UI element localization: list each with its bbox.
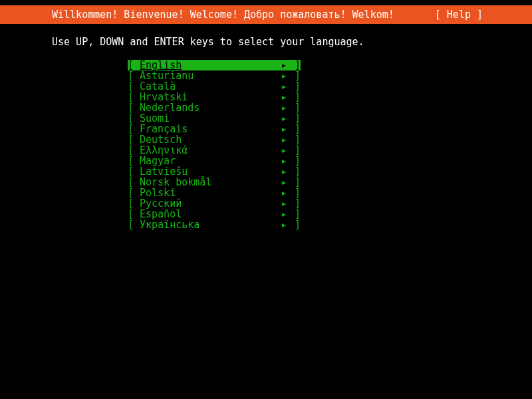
bracket-right: ]: [289, 156, 301, 166]
bracket-left: [: [128, 219, 140, 230]
bracket-right: ]: [289, 124, 301, 134]
language-name: Polski: [140, 188, 279, 198]
language-name: Deutsch: [140, 134, 279, 145]
language-name: Français: [140, 124, 279, 134]
help-button[interactable]: [ Help ]: [435, 5, 524, 24]
language-item[interactable]: [ Magyar▸ ]: [128, 156, 301, 166]
header-bar: Willkommen! Bienvenue! Welcome! Добро по…: [0, 5, 532, 24]
bracket-right: ]: [289, 134, 301, 145]
language-item[interactable]: [ Català▸ ]: [128, 81, 301, 92]
bracket-right: ]: [289, 81, 301, 92]
language-item[interactable]: [ English▸ ]: [128, 60, 301, 70]
language-item[interactable]: [ Hrvatski▸ ]: [128, 92, 301, 102]
language-item[interactable]: [ Español▸ ]: [128, 209, 301, 219]
language-name: Українська: [140, 219, 279, 230]
bracket-left: [: [128, 198, 140, 209]
submenu-arrow-icon: ▸: [279, 198, 289, 209]
bracket-right: ]: [289, 198, 301, 209]
language-item[interactable]: [ Latviešu▸ ]: [128, 166, 301, 177]
bracket-left: [: [128, 113, 140, 124]
language-name: Asturianu: [140, 70, 279, 81]
language-item[interactable]: [ Русский▸ ]: [128, 198, 301, 209]
bracket-left: [: [128, 177, 140, 188]
submenu-arrow-icon: ▸: [279, 113, 289, 124]
language-item[interactable]: [ Asturianu▸ ]: [128, 70, 301, 81]
language-item[interactable]: [ Українська▸ ]: [128, 219, 301, 230]
submenu-arrow-icon: ▸: [279, 166, 289, 177]
bracket-right: ]: [289, 60, 301, 70]
submenu-arrow-icon: ▸: [279, 188, 289, 198]
language-item[interactable]: [ Deutsch▸ ]: [128, 134, 301, 145]
submenu-arrow-icon: ▸: [279, 102, 289, 113]
bracket-left: [: [128, 209, 140, 219]
bracket-left: [: [128, 124, 140, 134]
bracket-left: [: [128, 92, 140, 102]
submenu-arrow-icon: ▸: [279, 92, 289, 102]
bracket-left: [: [128, 166, 140, 177]
bracket-right: ]: [289, 166, 301, 177]
bracket-right: ]: [289, 219, 301, 230]
language-name: Català: [140, 81, 279, 92]
language-name: Norsk bokmål: [140, 177, 279, 188]
bracket-right: ]: [289, 188, 301, 198]
bracket-right: ]: [289, 102, 301, 113]
language-name: Suomi: [140, 113, 279, 124]
language-item[interactable]: [ Suomi▸ ]: [128, 113, 301, 124]
submenu-arrow-icon: ▸: [279, 209, 289, 219]
bracket-right: ]: [289, 113, 301, 124]
language-name: Русский: [140, 198, 279, 209]
bracket-left: [: [128, 70, 140, 81]
welcome-text: Willkommen! Bienvenue! Welcome! Добро по…: [0, 5, 394, 24]
bracket-right: ]: [289, 177, 301, 188]
language-item[interactable]: [ Nederlands▸ ]: [128, 102, 301, 113]
bracket-left: [: [128, 188, 140, 198]
submenu-arrow-icon: ▸: [279, 219, 289, 230]
submenu-arrow-icon: ▸: [279, 124, 289, 134]
bracket-left: [: [128, 60, 140, 70]
bracket-left: [: [128, 145, 140, 156]
bracket-left: [: [128, 102, 140, 113]
language-name: Magyar: [140, 156, 279, 166]
language-item[interactable]: [ Norsk bokmål▸ ]: [128, 177, 301, 188]
bracket-left: [: [128, 156, 140, 166]
language-name: English: [140, 60, 279, 70]
submenu-arrow-icon: ▸: [279, 60, 289, 70]
language-name: Español: [140, 209, 279, 219]
submenu-arrow-icon: ▸: [279, 156, 289, 166]
language-item[interactable]: [ Français▸ ]: [128, 124, 301, 134]
bracket-right: ]: [289, 70, 301, 81]
language-item[interactable]: [ Polski▸ ]: [128, 188, 301, 198]
language-name: Latviešu: [140, 166, 279, 177]
bracket-right: ]: [289, 92, 301, 102]
submenu-arrow-icon: ▸: [279, 134, 289, 145]
bracket-right: ]: [289, 209, 301, 219]
language-list[interactable]: [ English▸ ][ Asturianu▸ ][ Català▸ ][ H…: [128, 60, 301, 230]
language-item[interactable]: [ Ελληνικά▸ ]: [128, 145, 301, 156]
bracket-left: [: [128, 81, 140, 92]
language-name: Ελληνικά: [140, 145, 279, 156]
submenu-arrow-icon: ▸: [279, 177, 289, 188]
submenu-arrow-icon: ▸: [279, 81, 289, 92]
language-name: Hrvatski: [140, 92, 279, 102]
language-name: Nederlands: [140, 102, 279, 113]
submenu-arrow-icon: ▸: [279, 70, 289, 81]
bracket-right: ]: [289, 145, 301, 156]
bracket-left: [: [128, 134, 140, 145]
instruction-text: Use UP, DOWN and ENTER keys to select yo…: [0, 31, 532, 48]
submenu-arrow-icon: ▸: [279, 145, 289, 156]
